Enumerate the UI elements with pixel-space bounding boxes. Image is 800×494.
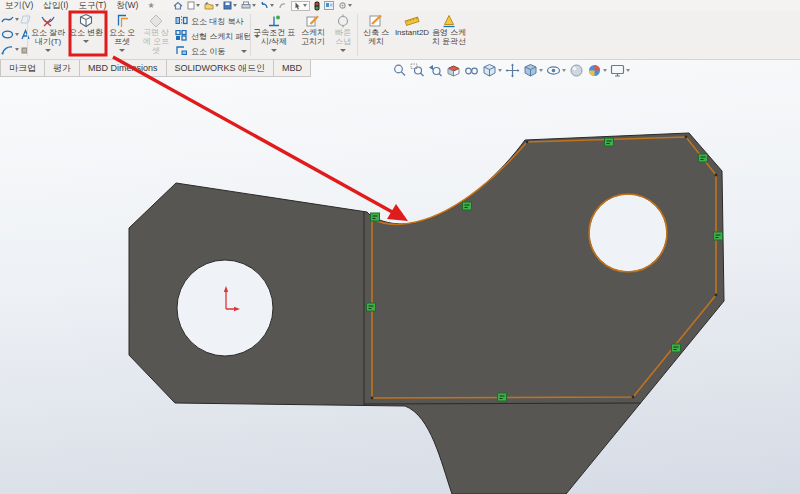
display-delete-relations-icon: [266, 13, 282, 29]
ribbon-small-stack: 요소 대칭 복사 선형 스케치 패턴 요소 이동: [173, 11, 249, 59]
offset-on-surface-button: 곡면 상에 오프셋: [139, 11, 173, 59]
arc-icon[interactable]: [1, 41, 14, 59]
apply-scene-caret-icon[interactable]: [603, 69, 607, 72]
new-document-icon[interactable]: [187, 1, 200, 10]
arc-caret-icon[interactable]: [15, 48, 19, 51]
previous-view-icon[interactable]: [428, 63, 443, 78]
move-entities-caret-icon[interactable]: [241, 50, 247, 53]
annotation-views-icon[interactable]: [464, 63, 479, 78]
constraint-marker[interactable]: [714, 232, 723, 240]
rebuild-traffic-light-icon[interactable]: [314, 1, 320, 11]
undo-caret-icon[interactable]: [270, 4, 274, 7]
headsup-toolbar: [392, 62, 630, 79]
offset-caret-icon[interactable]: [119, 49, 125, 52]
print-caret-icon[interactable]: [252, 4, 256, 7]
move-entities-icon: [175, 45, 188, 58]
select-caret-icon[interactable]: [303, 4, 307, 7]
open-icon[interactable]: [204, 1, 219, 10]
constraint-marker[interactable]: [463, 202, 472, 210]
offset-entities-button[interactable]: 요소 오프셋: [105, 11, 139, 59]
left-hole[interactable]: [177, 260, 273, 356]
trim-caret-icon[interactable]: [45, 49, 51, 52]
tab-mbd[interactable]: MBD: [273, 60, 311, 77]
repair-sketch-icon: [305, 13, 321, 29]
display-delete-relations-button[interactable]: 구속조건 표시/삭제: [252, 11, 296, 59]
menu-view[interactable]: 보기(V): [0, 0, 38, 11]
spline-caret-icon[interactable]: [15, 18, 19, 21]
constraint-marker[interactable]: [605, 138, 614, 146]
relations-caret-icon[interactable]: [271, 49, 277, 52]
print-icon[interactable]: [241, 1, 256, 10]
linear-sketch-pattern-icon: [175, 30, 188, 43]
trim-entities-label: 요소 잘라내기(T): [29, 29, 67, 47]
tab-markup[interactable]: 마크업: [0, 60, 45, 77]
convert-caret-icon[interactable]: [83, 40, 89, 43]
display-style-caret-icon[interactable]: [539, 69, 543, 72]
display-style-icon[interactable]: [523, 63, 543, 78]
sketch-ribbon: 요소 잘라내기(T) 요소 변환 요소 오프셋 곡면 상에 오프셋 요소 대칭 …: [0, 11, 800, 60]
view-orientation-icon[interactable]: [482, 63, 502, 78]
linear-sketch-pattern-label: 선형 스케치 패턴: [191, 31, 251, 42]
mirror-entities-button[interactable]: 요소 대칭 복사: [173, 14, 249, 28]
pan-icon[interactable]: [505, 63, 520, 78]
hide-show-items-icon[interactable]: [546, 63, 566, 78]
apply-scene-icon[interactable]: [587, 63, 607, 78]
repair-sketch-button[interactable]: 스케치 고치기: [296, 11, 330, 59]
favorites-star-icon[interactable]: ★: [143, 1, 158, 10]
save-caret-icon[interactable]: [233, 4, 237, 7]
view-orientation-caret-icon[interactable]: [498, 69, 502, 72]
open-caret-icon[interactable]: [215, 4, 219, 7]
move-entities-button[interactable]: 요소 이동: [173, 44, 249, 58]
convert-entities-icon: [78, 13, 94, 29]
trim-entities-button[interactable]: 요소 잘라내기(T): [29, 11, 67, 59]
constraint-marker[interactable]: [699, 154, 708, 162]
move-entities-label: 요소 이동: [191, 46, 225, 57]
constraint-marker[interactable]: [498, 393, 507, 401]
undo-icon[interactable]: [260, 1, 274, 10]
ellipse-caret-icon[interactable]: [15, 33, 19, 36]
stretch-entities-icon: [368, 13, 384, 29]
redo-icon[interactable]: [278, 1, 287, 10]
command-tabs: 마크업 평가 MBD Dimensions SOLIDWORKS 애드인 MBD: [0, 60, 311, 77]
quick-snaps-caret-icon: [340, 49, 346, 52]
shaded-sketch-contours-icon: [441, 13, 457, 29]
mirror-entities-icon: [175, 15, 188, 28]
edit-appearance-icon[interactable]: [569, 63, 584, 78]
home-icon[interactable]: [173, 1, 183, 10]
view-settings-caret-icon[interactable]: [626, 69, 630, 72]
constraint-marker[interactable]: [672, 344, 681, 352]
quick-snaps-icon: [335, 13, 351, 29]
menu-window[interactable]: 창(W): [111, 0, 143, 11]
tab-solidworks-addins[interactable]: SOLIDWORKS 애드인: [166, 60, 275, 77]
tab-mbd-dimensions[interactable]: MBD Dimensions: [79, 60, 167, 77]
quick-snaps-button: 빠른 스냅: [330, 11, 356, 59]
menu-insert[interactable]: 삽입(I): [38, 0, 73, 11]
offset-on-surface-icon: [148, 13, 164, 29]
tab-evaluate[interactable]: 평가: [44, 60, 80, 77]
constraint-marker[interactable]: [371, 213, 380, 221]
select-tool[interactable]: [291, 1, 310, 11]
view-settings-icon[interactable]: [610, 63, 630, 78]
shaded-sketch-contours-button[interactable]: 음영 스케치 윤곽선: [431, 11, 467, 59]
hide-show-caret-icon[interactable]: [562, 69, 566, 72]
stretch-entities-button[interactable]: 신축 스케치: [359, 11, 393, 59]
menu-tools[interactable]: 도구(T): [73, 0, 111, 11]
section-view-icon[interactable]: [446, 63, 461, 78]
save-icon[interactable]: [223, 1, 237, 10]
settings-caret-icon[interactable]: [348, 4, 352, 7]
display-delete-relations-label: 구속조건 표시/삭제: [252, 29, 296, 47]
options-list-icon[interactable]: [324, 1, 334, 10]
offset-entities-label: 요소 오프셋: [105, 29, 139, 47]
repair-sketch-label: 스케치 고치기: [296, 29, 330, 47]
linear-sketch-pattern-button[interactable]: 선형 스케치 패턴: [173, 29, 249, 43]
offset-on-surface-label: 곡면 상에 오프셋: [139, 29, 173, 56]
zoom-fit-icon[interactable]: [392, 63, 407, 78]
settings-gear-icon[interactable]: [338, 1, 352, 10]
zoom-area-icon[interactable]: [410, 63, 425, 78]
constraint-marker[interactable]: [367, 303, 376, 311]
convert-entities-button[interactable]: 요소 변환: [67, 11, 105, 59]
instant2d-icon: [404, 13, 420, 29]
new-doc-caret-icon[interactable]: [196, 4, 200, 7]
instant2d-button[interactable]: Instant2D: [393, 11, 431, 59]
menu-bar: 보기(V) 삽입(I) 도구(T) 창(W) ★: [0, 0, 800, 11]
